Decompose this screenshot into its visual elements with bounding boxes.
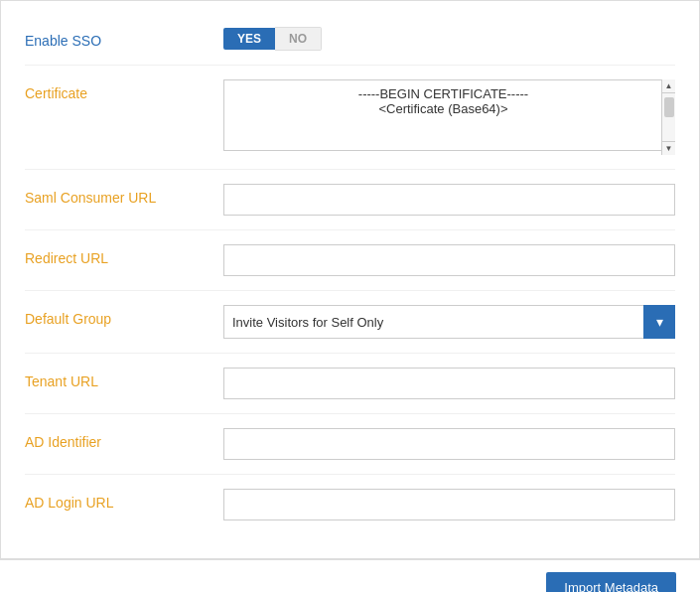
ad-login-url-label: AD Login URL <box>25 489 223 511</box>
bottom-bar: Import Metadata <box>0 559 700 592</box>
redirect-url-wrap <box>223 244 675 276</box>
ad-login-url-input[interactable] <box>223 489 675 520</box>
default-group-wrap: Invite Visitors for Self Only Option 2 O… <box>223 305 675 339</box>
certificate-textarea[interactable] <box>223 79 675 151</box>
toggle-yes-button[interactable]: YES <box>223 28 275 50</box>
certificate-label: Certificate <box>25 79 223 101</box>
ad-identifier-wrap <box>223 428 675 460</box>
ad-identifier-label: AD Identifier <box>25 428 223 450</box>
default-group-select[interactable]: Invite Visitors for Self Only Option 2 O… <box>223 305 675 339</box>
redirect-url-label: Redirect URL <box>25 244 223 266</box>
tenant-url-label: Tenant URL <box>25 368 223 389</box>
saml-consumer-url-input[interactable] <box>223 184 675 216</box>
tenant-url-input[interactable] <box>223 368 675 399</box>
redirect-url-input[interactable] <box>223 244 675 276</box>
toggle-no-button[interactable]: NO <box>275 27 322 51</box>
tenant-url-wrap <box>223 368 675 399</box>
certificate-field-wrap: ▲ ▼ <box>223 79 675 155</box>
import-metadata-button[interactable]: Import Metadata <box>546 572 676 592</box>
saml-consumer-url-label: Saml Consumer URL <box>25 184 223 206</box>
default-group-select-wrap[interactable]: Invite Visitors for Self Only Option 2 O… <box>223 305 675 339</box>
ad-identifier-input[interactable] <box>223 428 675 460</box>
enable-sso-toggle[interactable]: YES NO <box>223 27 675 51</box>
enable-sso-label: Enable SSO <box>25 27 223 49</box>
ad-login-url-wrap <box>223 489 675 520</box>
saml-consumer-url-wrap <box>223 184 675 216</box>
default-group-label: Default Group <box>25 305 223 327</box>
